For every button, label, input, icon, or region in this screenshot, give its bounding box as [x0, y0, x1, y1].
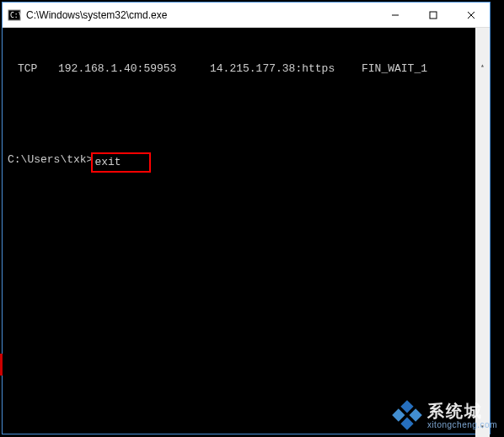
scroll-track[interactable]: [475, 103, 490, 437]
state-cell: FIN_WAIT_1: [362, 61, 427, 77]
protocol-cell: TCP: [8, 61, 58, 77]
prompt-text: C:\Users\txk>: [8, 152, 93, 173]
command-highlight: exit: [91, 152, 150, 173]
watermark-subtitle: xitongcheng.com: [427, 420, 497, 429]
svg-rect-3: [430, 12, 437, 19]
terminal-area[interactable]: TCP 192.168.1.40:59953 14.215.177.38:htt…: [3, 28, 490, 434]
cmd-icon: C:\: [8, 8, 21, 22]
svg-text:C:\: C:\: [10, 12, 21, 19]
minimize-button[interactable]: [376, 3, 414, 27]
watermark-title: 系统城: [427, 402, 497, 420]
svg-rect-6: [400, 400, 413, 413]
command-text: exit: [94, 156, 121, 168]
local-address-cell: 192.168.1.40:59953: [58, 61, 210, 77]
scroll-up-arrow-icon[interactable]: ▴: [475, 58, 490, 72]
netstat-row: TCP 192.168.1.40:59953 14.215.177.38:htt…: [8, 61, 485, 77]
window-title: C:\Windows\system32\cmd.exe: [26, 9, 376, 21]
titlebar[interactable]: C:\ C:\Windows\system32\cmd.exe: [3, 3, 490, 28]
svg-rect-8: [392, 408, 405, 421]
maximize-button[interactable]: [414, 3, 452, 27]
watermark-text: 系统城 xitongcheng.com: [427, 402, 497, 429]
svg-rect-9: [400, 418, 413, 430]
prompt-line: C:\Users\txk>exit: [8, 152, 485, 173]
remote-address-cell: 14.215.177.38:https: [210, 61, 362, 77]
watermark-logo-icon: [392, 400, 422, 430]
close-button[interactable]: [452, 3, 490, 27]
watermark: 系统城 xitongcheng.com: [392, 400, 497, 430]
window-controls: [376, 3, 490, 27]
left-accent-strip: [0, 354, 3, 376]
vertical-scrollbar[interactable]: ▴ ▾: [475, 28, 490, 434]
svg-rect-7: [409, 408, 421, 421]
cmd-window: C:\ C:\Windows\system32\cmd.exe TCP 192.…: [2, 2, 491, 434]
